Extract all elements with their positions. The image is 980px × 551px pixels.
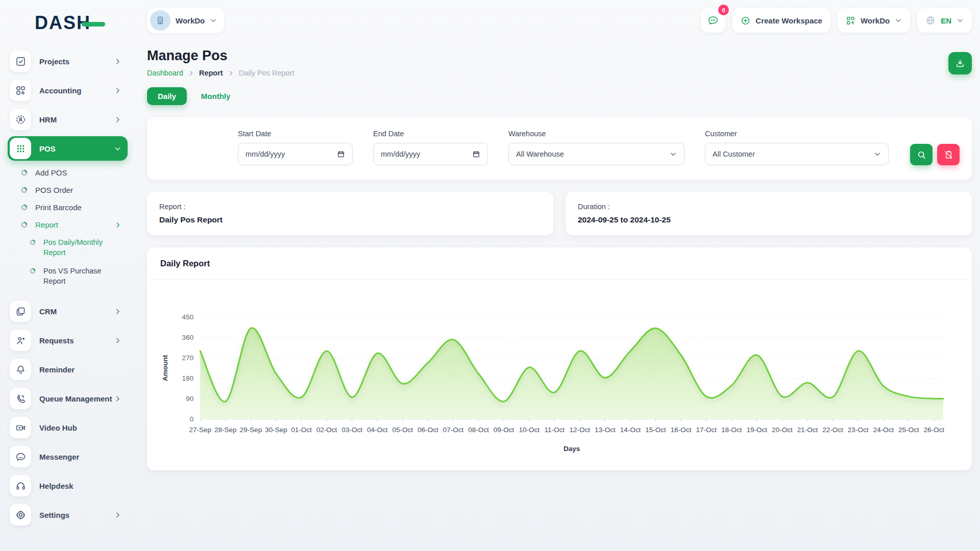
breadcrumb-dashboard-link[interactable]: Dashboard	[147, 69, 183, 77]
svg-text:Amount: Amount	[161, 355, 169, 381]
globe-icon	[925, 15, 936, 26]
messages-button[interactable]: 0	[701, 8, 725, 33]
breadcrumb-report-link[interactable]: Report	[199, 69, 223, 77]
chevron-right-icon	[114, 221, 121, 229]
topbar-actions: 0 Create Workspace WorkDo EN	[701, 8, 972, 33]
sidebar: DASH Projects Accounting HRM POS Add POS	[0, 0, 135, 551]
sidebar-item-video-hub[interactable]: Video Hub	[8, 415, 128, 440]
search-icon	[917, 150, 926, 160]
svg-text:15-Oct: 15-Oct	[645, 426, 666, 434]
chevron-down-icon	[895, 17, 902, 24]
svg-text:270: 270	[182, 354, 194, 362]
customer-select[interactable]: All Customer	[705, 143, 889, 165]
sidebar-item-projects[interactable]: Projects	[8, 49, 128, 73]
warehouse-select[interactable]: All Warehouse	[508, 143, 684, 165]
warehouse-field-group: Warehouse All Warehouse	[508, 130, 684, 165]
dash-logo[interactable]: DASH	[35, 12, 91, 34]
warehouse-label: Warehouse	[508, 130, 684, 138]
end-date-input[interactable]: mm/dd/yyyy	[373, 143, 488, 165]
projects-icon	[10, 51, 31, 72]
sidebar-item-accounting[interactable]: Accounting	[8, 78, 128, 103]
start-date-input[interactable]: mm/dd/yyyy	[238, 143, 353, 165]
filter-card: Start Date mm/dd/yyyy End Date mm/dd/yyy…	[147, 117, 972, 180]
chevron-down-icon	[210, 17, 217, 24]
svg-text:12-Oct: 12-Oct	[570, 426, 591, 434]
grid-plus-icon	[846, 16, 855, 26]
sidebar-subitem-add-pos[interactable]: Add POS	[21, 168, 135, 177]
report-summary-card: Report : Daily Pos Report	[147, 192, 553, 235]
reset-filter-button[interactable]	[937, 144, 960, 165]
requests-icon	[10, 330, 31, 351]
sidebar-item-crm[interactable]: CRM	[8, 299, 128, 323]
download-report-button[interactable]	[948, 52, 972, 74]
sidebar-item-helpdesk[interactable]: Helpdesk	[8, 473, 128, 498]
chevron-down-icon	[957, 17, 964, 24]
chevron-down-icon	[670, 151, 677, 158]
crm-icon	[10, 300, 31, 322]
sidebar-item-label: Requests	[39, 336, 114, 345]
breadcrumb: Dashboard Report Daily Pos Report	[147, 69, 294, 77]
calendar-icon[interactable]	[337, 150, 345, 158]
sidebar-item-settings[interactable]: Settings	[8, 503, 128, 527]
sidebar-subitem-label: Pos VS Purchase Report	[43, 266, 116, 286]
svg-text:28-Sep: 28-Sep	[214, 426, 237, 434]
report-value: Daily Pos Report	[159, 215, 541, 224]
sidebar-item-label: Messenger	[39, 453, 128, 461]
sidebar-item-requests[interactable]: Requests	[8, 328, 128, 353]
messages-badge: 0	[718, 5, 729, 15]
donut-bullet-icon	[30, 268, 36, 274]
sidebar-subitem-label: Add POS	[35, 168, 67, 177]
customer-field-group: Customer All Customer	[705, 130, 889, 165]
svg-text:Days: Days	[564, 445, 580, 453]
sidebar-subitem-pos-vs-purchase-report[interactable]: Pos VS Purchase Report	[30, 266, 116, 286]
sidebar-item-pos[interactable]: POS	[8, 136, 128, 161]
start-date-field-group: Start Date mm/dd/yyyy	[238, 130, 353, 165]
create-workspace-button[interactable]: Create Workspace	[732, 8, 830, 33]
tab-monthly[interactable]: Monthly	[201, 92, 231, 101]
chevron-right-icon	[188, 70, 194, 77]
chevron-right-icon	[114, 58, 121, 65]
tab-daily[interactable]: Daily	[147, 87, 187, 105]
download-icon	[955, 58, 965, 68]
headset-icon	[10, 475, 31, 496]
customer-selected-value: All Customer	[713, 150, 755, 158]
sidebar-item-label: HRM	[39, 115, 114, 124]
sidebar-item-label: Projects	[39, 57, 114, 66]
workspace-name: WorkDo	[176, 16, 205, 25]
svg-text:30-Sep: 30-Sep	[265, 426, 287, 434]
reset-slash-icon	[944, 150, 953, 160]
chart-card-title: Daily Report	[147, 247, 972, 280]
sidebar-subitem-print-barcode[interactable]: Print Barcode	[21, 203, 135, 212]
daily-report-chart: 09018027036045027-Sep28-Sep29-Sep30-Sep0…	[156, 288, 963, 468]
workspace-switcher[interactable]: WorkDo	[147, 8, 224, 33]
summary-row: Report : Daily Pos Report Duration : 202…	[147, 192, 972, 235]
video-camera-icon	[10, 417, 31, 438]
svg-text:19-Oct: 19-Oct	[747, 426, 768, 434]
chevron-right-icon	[114, 511, 121, 519]
svg-text:27-Sep: 27-Sep	[189, 426, 211, 434]
duration-value: 2024-09-25 to 2024-10-25	[578, 215, 960, 224]
sidebar-subitem-label: Report	[35, 220, 58, 229]
sidebar-subitem-report[interactable]: Report	[21, 220, 135, 229]
svg-text:07-Oct: 07-Oct	[443, 426, 464, 434]
sidebar-item-reminder[interactable]: Reminder	[8, 357, 128, 382]
pos-icon	[10, 138, 31, 159]
svg-text:17-Oct: 17-Oct	[696, 426, 717, 434]
sidebar-item-label: POS	[39, 144, 114, 153]
sidebar-item-hrm[interactable]: HRM	[8, 107, 128, 132]
sidebar-item-messenger[interactable]: Messenger	[8, 444, 128, 469]
chevron-right-icon	[114, 337, 121, 344]
svg-text:01-Oct: 01-Oct	[291, 426, 312, 434]
sidebar-subitem-pos-order[interactable]: POS Order	[21, 186, 135, 194]
search-button[interactable]	[910, 144, 933, 165]
sidebar-subitem-pos-daily-monthly-report[interactable]: Pos Daily/Monthly Report	[30, 238, 116, 258]
language-selector[interactable]: EN	[917, 8, 972, 33]
workspace-menu-button[interactable]: WorkDo	[838, 8, 910, 33]
svg-text:90: 90	[186, 395, 193, 403]
sidebar-item-queue-management[interactable]: Queue Management	[8, 386, 128, 411]
svg-text:08-Oct: 08-Oct	[468, 426, 489, 434]
start-date-placeholder: mm/dd/yyyy	[246, 150, 285, 158]
calendar-icon[interactable]	[472, 150, 480, 158]
start-date-label: Start Date	[238, 130, 353, 138]
topbar: WorkDo 0 Create Workspace WorkDo EN	[135, 0, 980, 41]
